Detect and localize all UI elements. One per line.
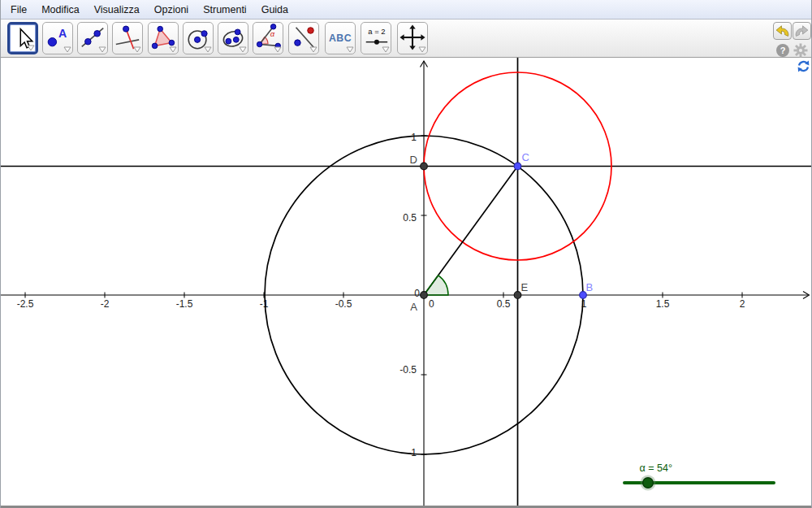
y-tick-label: 1 xyxy=(411,132,417,143)
point-d[interactable] xyxy=(421,163,428,170)
point-tool-button[interactable]: A xyxy=(42,22,73,54)
alpha-slider[interactable]: α = 54° xyxy=(624,462,774,491)
x-axis xyxy=(1,292,810,299)
point-c[interactable] xyxy=(514,163,521,170)
tool-dropdown-icon[interactable] xyxy=(346,46,354,53)
help-icon: ? xyxy=(775,43,790,58)
point-label-d: D xyxy=(410,154,417,166)
y-axis xyxy=(421,61,428,506)
menu-item-modifica[interactable]: Modifica xyxy=(34,2,87,18)
refresh-view-button[interactable] xyxy=(797,59,810,73)
menu-item-strumenti[interactable]: Strumenti xyxy=(196,2,254,18)
x-tick-label: -1.5 xyxy=(176,298,193,310)
undo-button[interactable] xyxy=(773,22,792,40)
tool-dropdown-icon[interactable] xyxy=(98,46,106,53)
tool-dropdown-icon[interactable] xyxy=(418,46,426,53)
x-tick-label: -1 xyxy=(260,298,269,310)
text-tool-button[interactable]: ABC xyxy=(325,22,356,54)
svg-text:ABC: ABC xyxy=(329,33,352,44)
x-tick-label: 0.5 xyxy=(497,298,511,310)
x-tick-label: -2.5 xyxy=(17,298,34,310)
redo-icon xyxy=(794,24,810,38)
undo-icon xyxy=(775,24,790,38)
polygon-tool-button[interactable] xyxy=(148,22,179,54)
angle-alpha-sector[interactable] xyxy=(424,276,448,295)
refresh-icon xyxy=(797,59,810,73)
graphics-canvas[interactable]: -2.5 -2 -1.5 -1 -0.5 0 0.5 1 1.5 2 1 0.5… xyxy=(1,58,812,506)
help-button[interactable]: ? xyxy=(775,42,790,58)
reflection-tool-button[interactable] xyxy=(288,22,319,54)
tool-dropdown-icon[interactable] xyxy=(309,46,317,53)
svg-text:A: A xyxy=(58,27,67,40)
x-tick-label: -0.5 xyxy=(335,298,352,310)
slider-tool-button[interactable]: a = 2 xyxy=(361,22,391,54)
tool-dropdown-icon[interactable] xyxy=(27,45,35,51)
point-a[interactable] xyxy=(421,292,428,299)
y-tick-label: -0.5 xyxy=(400,364,417,376)
angle-tool-button[interactable]: α xyxy=(253,22,283,54)
tool-dropdown-icon[interactable] xyxy=(274,46,282,53)
graphics-view[interactable]: -2.5 -2 -1.5 -1 -0.5 0 0.5 1 1.5 2 1 0.5… xyxy=(1,58,812,506)
point-label-b: B xyxy=(586,281,594,293)
x-tick-label: 1.5 xyxy=(656,298,670,310)
tool-dropdown-icon[interactable] xyxy=(382,46,390,53)
menu-item-file[interactable]: File xyxy=(3,2,34,18)
svg-text:a = 2: a = 2 xyxy=(368,27,385,36)
svg-text:α: α xyxy=(270,29,275,38)
tool-dropdown-icon[interactable] xyxy=(204,46,212,53)
menu-item-visualizza[interactable]: Visualizza xyxy=(87,2,147,18)
tool-dropdown-icon[interactable] xyxy=(169,46,177,53)
circle-tool-button[interactable] xyxy=(183,22,214,54)
perpendicular-line-tool-button[interactable] xyxy=(112,22,143,54)
y-tick-label: -1 xyxy=(408,447,417,458)
x-tick-label: 2 xyxy=(740,298,745,310)
tool-dropdown-icon[interactable] xyxy=(63,46,71,53)
move-tool-button[interactable] xyxy=(7,22,38,54)
toolbar: A xyxy=(1,20,811,58)
menu-item-guida[interactable]: Guida xyxy=(254,2,296,18)
x-tick-label: -2 xyxy=(101,298,110,310)
settings-button[interactable] xyxy=(793,42,808,58)
menu-bar: File Modifica Visualizza Opzioni Strumen… xyxy=(1,0,811,20)
y-tick-label: 0.5 xyxy=(403,212,417,224)
move-graphics-view-tool-button[interactable] xyxy=(397,22,428,54)
ellipse-tool-button[interactable] xyxy=(218,22,248,54)
menu-item-opzioni[interactable]: Opzioni xyxy=(147,2,196,18)
alpha-slider-label: α = 54° xyxy=(640,462,672,474)
tool-dropdown-icon[interactable] xyxy=(239,46,247,53)
point-e[interactable] xyxy=(514,292,521,299)
svg-text:?: ? xyxy=(780,46,785,55)
point-label-a: A xyxy=(410,301,417,313)
point-label-c: C xyxy=(522,151,529,163)
x-tick-label: 0 xyxy=(429,298,434,310)
tool-dropdown-icon[interactable] xyxy=(133,46,141,53)
gear-icon xyxy=(793,43,808,58)
point-label-e: E xyxy=(521,281,529,293)
alpha-slider-knob[interactable] xyxy=(643,478,654,488)
line-tool-button[interactable] xyxy=(77,22,108,54)
redo-button[interactable] xyxy=(793,22,811,40)
geogebra-window: { "menu": { "items": ["File", "Modifica"… xyxy=(0,0,812,508)
y-tick-label: 0 xyxy=(414,288,420,299)
